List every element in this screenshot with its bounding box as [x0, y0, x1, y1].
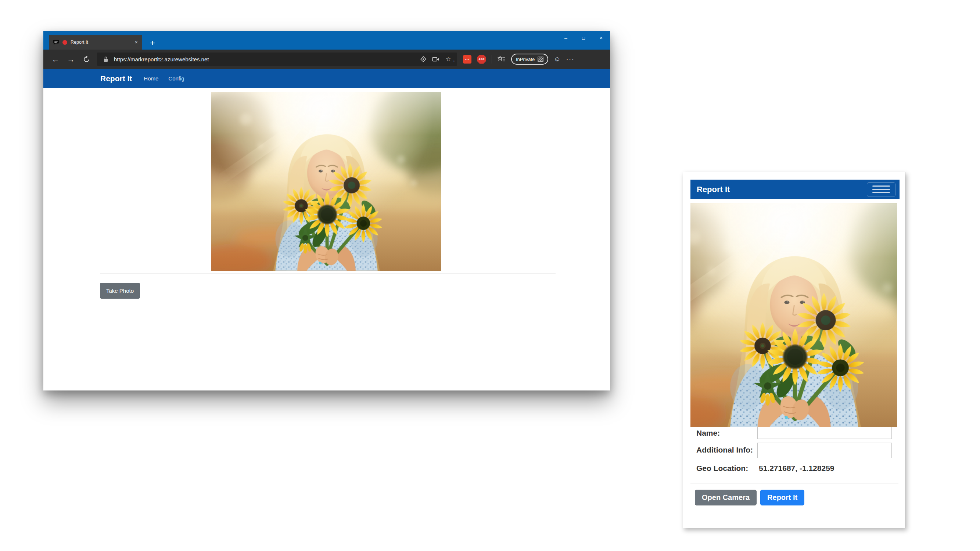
window-controls: – □ ×	[557, 31, 610, 44]
additional-info-input[interactable]	[757, 443, 892, 458]
toolbar-extensions-area: ••• ABP InPrivate ☺ ···	[463, 54, 575, 65]
speech-bubble-icon	[53, 39, 59, 45]
sunflower-photo	[211, 92, 441, 271]
additional-info-label: Additional Info:	[696, 446, 753, 454]
target-icon[interactable]	[419, 56, 428, 62]
name-label: Name:	[696, 429, 720, 438]
adblock-icon[interactable]: ABP	[477, 55, 486, 64]
refresh-button[interactable]	[79, 56, 94, 63]
mobile-navbar: Report It	[690, 179, 899, 199]
back-button[interactable]: ←	[48, 56, 63, 63]
geo-location-value: 51.271687, -1.128259	[759, 464, 835, 473]
tab-close-icon[interactable]: ×	[134, 39, 138, 46]
favorites-hub-icon[interactable]	[498, 56, 506, 62]
tab-favicon-icon	[62, 40, 67, 45]
site-brand[interactable]: Report It	[100, 74, 132, 83]
browser-toolbar: ← → https://markreportit2.azurewebsites.…	[43, 49, 610, 69]
browser-titlebar: Report It × + – □ ×	[43, 31, 610, 49]
url-text[interactable]: https://markreportit2.azurewebsites.net	[114, 56, 415, 62]
inprivate-badge: InPrivate	[511, 54, 548, 65]
new-tab-button[interactable]: +	[148, 38, 157, 48]
feedback-smiley-icon[interactable]: ☺	[554, 56, 560, 62]
minimize-button[interactable]: –	[557, 31, 575, 44]
browser-tab[interactable]: Report It ×	[49, 35, 142, 49]
extension-icon[interactable]: •••	[463, 55, 471, 64]
lock-icon	[102, 56, 110, 62]
more-options-icon[interactable]: ···	[566, 56, 575, 62]
mobile-divider	[690, 483, 899, 483]
hamburger-menu-icon[interactable]	[867, 182, 896, 197]
sunflower-photo-mobile	[690, 203, 897, 427]
camera-icon[interactable]	[431, 57, 440, 62]
address-bar[interactable]: https://markreportit2.azurewebsites.net …	[97, 52, 457, 66]
inprivate-pattern-icon	[538, 57, 544, 62]
mobile-view-card: Report It Name: Additional Info: Geo Loc…	[683, 172, 905, 528]
report-it-button[interactable]: Report It	[760, 490, 804, 505]
browser-window: Report It × + – □ × ← → https://mar	[43, 31, 610, 391]
add-favorite-star-icon[interactable]: ☆ +	[444, 56, 453, 62]
site-content: Take Photo	[43, 88, 610, 354]
forward-button[interactable]: →	[63, 56, 79, 63]
mobile-button-row: Open Camera Report It	[695, 490, 804, 505]
maximize-button[interactable]: □	[575, 31, 592, 44]
close-window-button[interactable]: ×	[592, 31, 610, 44]
take-photo-button[interactable]: Take Photo	[100, 283, 140, 299]
toolbar-divider	[492, 55, 492, 64]
tab-title: Report It	[70, 40, 131, 45]
mobile-brand[interactable]: Report It	[697, 185, 730, 194]
nav-link-config[interactable]: Config	[168, 75, 184, 81]
content-divider	[100, 273, 555, 274]
inprivate-label: InPrivate	[516, 57, 535, 62]
site-navbar: Report It Home Config	[43, 69, 610, 88]
nav-link-home[interactable]: Home	[144, 75, 158, 81]
geo-location-label: Geo Location:	[696, 464, 748, 473]
open-camera-button[interactable]: Open Camera	[695, 490, 757, 505]
name-input[interactable]	[757, 426, 892, 439]
